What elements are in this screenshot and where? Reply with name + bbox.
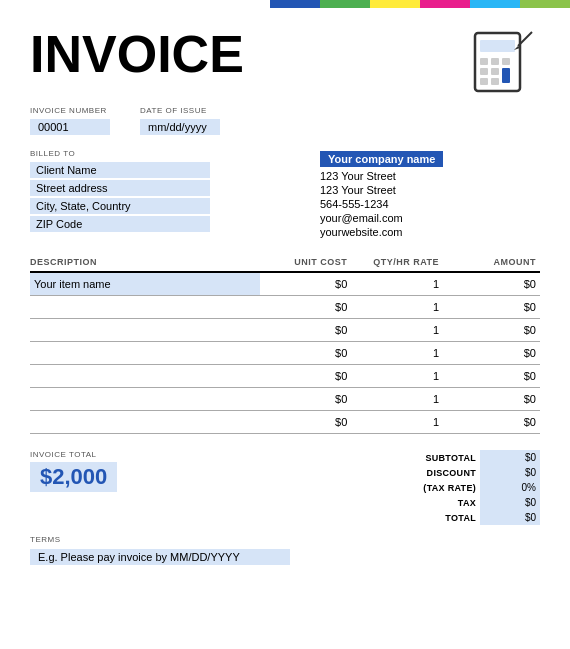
city-state-country[interactable]: City, State, Country	[30, 198, 210, 214]
table-row: $01$0	[30, 388, 540, 411]
totals-right: SUBTOTAL $0 DISCOUNT $0 (TAX RATE) 0% TA…	[320, 450, 540, 525]
color-seg-lightgreen	[520, 0, 570, 8]
total-row: TOTAL $0	[320, 510, 540, 525]
svg-rect-9	[491, 78, 499, 85]
row-amount[interactable]: $0	[443, 365, 540, 388]
invoice-title: INVOICE	[30, 28, 244, 80]
row-unit-cost[interactable]: $0	[260, 319, 352, 342]
table-row: $01$0	[30, 365, 540, 388]
row-unit-cost[interactable]: $0	[260, 342, 352, 365]
svg-rect-4	[502, 58, 510, 65]
total-value[interactable]: $0	[480, 510, 540, 525]
svg-rect-8	[480, 78, 488, 85]
row-description[interactable]	[30, 388, 260, 411]
row-description[interactable]	[30, 365, 260, 388]
row-description[interactable]	[30, 296, 260, 319]
row-unit-cost[interactable]: $0	[260, 411, 352, 434]
col-unit-cost: UNIT COST	[260, 253, 352, 272]
discount-row: DISCOUNT $0	[320, 465, 540, 480]
svg-rect-1	[480, 40, 515, 52]
row-qty[interactable]: 1	[351, 342, 443, 365]
svg-rect-7	[502, 68, 510, 83]
company-address1: 123 Your Street	[320, 169, 540, 183]
invoice-number-value[interactable]: 00001	[30, 119, 110, 135]
date-label: DATE OF ISSUE	[140, 106, 220, 115]
row-qty[interactable]: 1	[351, 411, 443, 434]
billing-row: BILLED TO Client Name Street address Cit…	[30, 149, 540, 239]
row-description[interactable]	[30, 411, 260, 434]
svg-rect-3	[491, 58, 499, 65]
terms-label: TERMS	[30, 535, 540, 544]
discount-value[interactable]: $0	[480, 465, 540, 480]
row-amount[interactable]: $0	[443, 342, 540, 365]
tax-rate-value[interactable]: 0%	[480, 480, 540, 495]
row-unit-cost[interactable]: $0	[260, 388, 352, 411]
row-amount[interactable]: $0	[443, 411, 540, 434]
color-seg-green	[320, 0, 370, 8]
billed-to-section: BILLED TO Client Name Street address Cit…	[30, 149, 250, 239]
row-unit-cost[interactable]: $0	[260, 365, 352, 388]
row-unit-cost[interactable]: $0	[260, 272, 352, 296]
table-row: $01$0	[30, 296, 540, 319]
table-row: $01$0	[30, 319, 540, 342]
row-amount[interactable]: $0	[443, 272, 540, 296]
row-description[interactable]: Your item name	[30, 272, 260, 296]
svg-rect-5	[480, 68, 488, 75]
color-bar	[270, 0, 570, 8]
col-qty-rate: QTY/HR RATE	[351, 253, 443, 272]
row-qty[interactable]: 1	[351, 296, 443, 319]
company-website: yourwebsite.com	[320, 225, 540, 239]
totals-section: INVOICE TOTAL $2,000 SUBTOTAL $0 DISCOUN…	[30, 444, 540, 525]
invoice-total-value[interactable]: $2,000	[30, 462, 117, 492]
color-seg-blue	[270, 0, 320, 8]
company-name[interactable]: Your company name	[320, 151, 443, 167]
row-amount[interactable]: $0	[443, 388, 540, 411]
billed-to-label: BILLED TO	[30, 149, 250, 158]
invoice-table: DESCRIPTION UNIT COST QTY/HR RATE AMOUNT…	[30, 253, 540, 434]
row-qty[interactable]: 1	[351, 365, 443, 388]
row-qty[interactable]: 1	[351, 388, 443, 411]
subtotal-value[interactable]: $0	[480, 450, 540, 465]
company-email: your@email.com	[320, 211, 540, 225]
terms-value[interactable]: E.g. Please pay invoice by MM/DD/YYYY	[30, 549, 290, 565]
row-amount[interactable]: $0	[443, 319, 540, 342]
row-qty[interactable]: 1	[351, 272, 443, 296]
company-info-section: Your company name 123 Your Street 123 Yo…	[320, 149, 540, 239]
color-seg-pink	[420, 0, 470, 8]
col-amount: AMOUNT	[443, 253, 540, 272]
invoice-total-label: INVOICE TOTAL	[30, 450, 117, 459]
table-row: Your item name$01$0	[30, 272, 540, 296]
company-phone: 564-555-1234	[320, 197, 540, 211]
client-name[interactable]: Client Name	[30, 162, 210, 178]
svg-rect-2	[480, 58, 488, 65]
invoice-total-left: INVOICE TOTAL $2,000	[30, 450, 117, 492]
company-address2: 123 Your Street	[320, 183, 540, 197]
meta-row: INVOICE NUMBER 00001 DATE OF ISSUE mm/dd…	[30, 106, 540, 135]
subtotal-label: SUBTOTAL	[320, 450, 480, 465]
tax-label: TAX	[320, 495, 480, 510]
row-unit-cost[interactable]: $0	[260, 296, 352, 319]
invoice-number-field: INVOICE NUMBER 00001	[30, 106, 110, 135]
table-row: $01$0	[30, 342, 540, 365]
row-description[interactable]	[30, 342, 260, 365]
row-description[interactable]	[30, 319, 260, 342]
row-amount[interactable]: $0	[443, 296, 540, 319]
tax-row: TAX $0	[320, 495, 540, 510]
color-seg-lightblue	[470, 0, 520, 8]
tax-value[interactable]: $0	[480, 495, 540, 510]
invoice-number-label: INVOICE NUMBER	[30, 106, 110, 115]
svg-rect-6	[491, 68, 499, 75]
tax-rate-label: (TAX RATE)	[320, 480, 480, 495]
zip-code[interactable]: ZIP Code	[30, 216, 210, 232]
calculator-icon	[470, 28, 540, 98]
color-seg-yellow	[370, 0, 420, 8]
terms-section: TERMS E.g. Please pay invoice by MM/DD/Y…	[30, 535, 540, 565]
tax-rate-row: (TAX RATE) 0%	[320, 480, 540, 495]
col-description: DESCRIPTION	[30, 253, 260, 272]
row-qty[interactable]: 1	[351, 319, 443, 342]
date-field: DATE OF ISSUE mm/dd/yyyy	[140, 106, 220, 135]
street-address[interactable]: Street address	[30, 180, 210, 196]
date-value[interactable]: mm/dd/yyyy	[140, 119, 220, 135]
subtotal-row: SUBTOTAL $0	[320, 450, 540, 465]
discount-label: DISCOUNT	[320, 465, 480, 480]
